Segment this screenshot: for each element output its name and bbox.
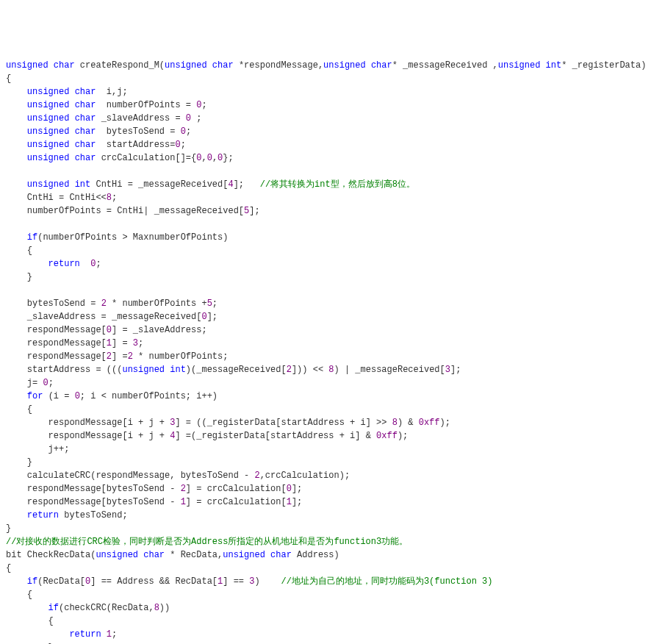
token-type: char	[54, 60, 80, 71]
token-kw: unsigned	[27, 87, 75, 97]
code-line: unsigned char i,j;	[6, 85, 645, 99]
token-kw: unsigned	[323, 60, 371, 71]
token-plain: respondMessage[bytesToSend -	[6, 484, 181, 494]
code-line: j= 0;	[6, 376, 645, 390]
token-plain: (RecData[	[37, 576, 85, 587]
token-num: 2	[107, 351, 112, 362]
code-line	[6, 284, 645, 297]
code-line: respondMessage[bytesToSend - 2] = crcCal…	[6, 482, 645, 495]
token-plain: {	[6, 74, 11, 84]
token-num: 2	[101, 298, 107, 309]
token-plain: ];	[207, 312, 217, 322]
token-plain: ;	[212, 298, 217, 309]
token-num: 2	[254, 471, 259, 481]
token-comment: //对接收的数据进行CRC检验，同时判断是否为Address所指定的从机地址和是…	[6, 537, 408, 547]
token-plain: j=	[6, 378, 43, 388]
token-plain: createRespond_M(	[80, 60, 165, 71]
code-line: unsigned int CntHi = _messageReceived[4]…	[6, 178, 645, 191]
token-type: char	[75, 153, 101, 163]
token-plain: ;	[48, 378, 54, 388]
token-plain: ] = _slaveAddress;	[112, 325, 207, 335]
token-plain: respondMessage[bytesToSend -	[6, 497, 181, 507]
token-plain: }	[6, 523, 11, 534]
code-line: {	[6, 562, 645, 575]
code-line: j++;	[6, 443, 645, 456]
token-plain: ) | _messageReceived[	[334, 365, 445, 375]
code-line: {	[6, 403, 645, 416]
token-plain: ,crcCalculation);	[260, 471, 350, 481]
token-plain: bytesToSend;	[64, 510, 127, 520]
token-plain: ;	[201, 100, 206, 110]
code-line: respondMessage[i + j + 4] =(_registerDat…	[6, 429, 645, 443]
token-num: 1	[181, 497, 186, 507]
token-type: int	[75, 179, 96, 190]
token-type: char	[75, 87, 107, 97]
token-plain: i,j;	[107, 87, 128, 97]
token-plain: respondMessage[i + j +	[6, 431, 170, 441]
token-kw: unsigned	[27, 126, 75, 137]
token-num: 0	[175, 140, 180, 150]
code-line: respondMessage[i + j + 3] = ((_registerD…	[6, 416, 645, 429]
token-kw: unsigned	[122, 365, 170, 375]
token-plain: startAddress=	[107, 140, 176, 150]
token-plain: {	[6, 616, 54, 626]
token-plain: *respondMessage,	[239, 60, 323, 71]
token-plain: bytesToSend =	[6, 298, 101, 309]
token-plain: ) &	[398, 418, 419, 428]
code-line: if(numberOfPoints > MaxnumberOfPoints)	[6, 231, 645, 244]
code-line: }	[6, 641, 645, 644]
token-plain: CntHi = CntHi<<	[6, 193, 107, 203]
token-plain: ; i < numberOfPoints; i++)	[80, 391, 217, 401]
token-type: char	[143, 550, 170, 560]
token-plain	[6, 603, 48, 613]
token-type: char	[75, 100, 107, 110]
token-plain	[6, 126, 27, 137]
code-line: for (i = 0; i < numberOfPoints; i++)	[6, 390, 645, 403]
token-plain: ];	[249, 206, 259, 216]
token-plain: ;	[96, 259, 101, 269]
token-plain	[6, 232, 27, 243]
token-plain: ] == Address && RecData[	[90, 576, 217, 587]
token-plain: ])) <<	[292, 365, 328, 375]
token-num: 0	[186, 113, 191, 124]
code-line: bytesToSend = 2 * numberOfPoints +5;	[6, 297, 645, 310]
token-plain: j++;	[6, 444, 69, 454]
code-line: respondMessage[bytesToSend - 1] = crcCal…	[6, 495, 645, 509]
token-plain: bit CheckRecData(	[6, 550, 96, 560]
token-plain: ];	[292, 484, 302, 494]
code-line: respondMessage[2] =2 * numberOfPoints;	[6, 350, 645, 363]
token-plain	[6, 140, 27, 150]
token-kw: unsigned	[27, 153, 75, 163]
code-line: calculateCRC(respondMessage, bytesToSend…	[6, 469, 645, 482]
token-plain: (checkCRC(RecData,	[59, 603, 154, 613]
code-line: return 0;	[6, 257, 645, 271]
token-plain: {	[6, 404, 32, 415]
token-plain: );	[398, 431, 408, 441]
token-plain	[6, 179, 27, 190]
code-line: }	[6, 271, 645, 284]
code-line: unsigned char startAddress=0;	[6, 138, 645, 151]
token-num: 2	[128, 351, 133, 362]
code-line: unsigned char crcCalculation[]={0,0,0};	[6, 151, 645, 165]
token-plain: respondMessage[i + j +	[6, 418, 170, 428]
token-plain	[6, 576, 27, 587]
token-kw: if	[27, 576, 37, 587]
token-type: int	[546, 60, 562, 71]
token-kw: unsigned	[27, 140, 75, 150]
token-num: 2	[181, 484, 186, 494]
token-plain: startAddress = (((	[6, 365, 122, 375]
token-plain: respondMessage[	[6, 325, 107, 335]
token-type: char	[371, 60, 392, 71]
token-num: 8	[392, 418, 398, 428]
token-comment: //将其转换为int型，然后放到高8位。	[260, 179, 415, 190]
token-plain: * _registerData)	[561, 60, 646, 71]
token-num: 1	[287, 497, 292, 507]
code-line: unsigned char bytesToSend = 0;	[6, 125, 645, 138]
token-plain: * numberOfPoints +	[107, 298, 207, 309]
code-line: {	[6, 588, 645, 601]
code-line: respondMessage[1] = 3;	[6, 337, 645, 350]
token-plain: ] = crcCalculation[	[186, 497, 287, 507]
code-line: {	[6, 72, 645, 85]
token-plain: ];	[450, 365, 461, 375]
token-num: 0	[43, 378, 48, 388]
